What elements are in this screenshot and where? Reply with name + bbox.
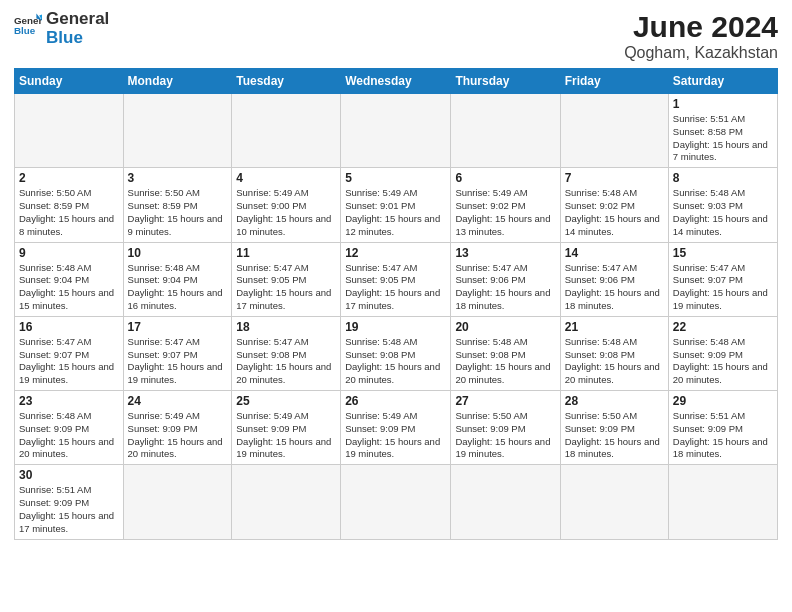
day-number: 7 [565, 171, 664, 185]
day-number: 15 [673, 246, 773, 260]
day-number: 23 [19, 394, 119, 408]
calendar-week-row: 30Sunrise: 5:51 AM Sunset: 9:09 PM Dayli… [15, 465, 778, 539]
day-info: Sunrise: 5:48 AM Sunset: 9:02 PM Dayligh… [565, 187, 664, 238]
day-number: 5 [345, 171, 446, 185]
calendar-cell: 14Sunrise: 5:47 AM Sunset: 9:06 PM Dayli… [560, 242, 668, 316]
calendar-week-row: 9Sunrise: 5:48 AM Sunset: 9:04 PM Daylig… [15, 242, 778, 316]
day-number: 16 [19, 320, 119, 334]
day-number: 19 [345, 320, 446, 334]
calendar-cell: 2Sunrise: 5:50 AM Sunset: 8:59 PM Daylig… [15, 168, 124, 242]
day-number: 2 [19, 171, 119, 185]
day-info: Sunrise: 5:47 AM Sunset: 9:07 PM Dayligh… [128, 336, 228, 387]
day-info: Sunrise: 5:47 AM Sunset: 9:08 PM Dayligh… [236, 336, 336, 387]
logo-icon: General Blue [14, 10, 42, 38]
day-of-week-saturday: Saturday [668, 69, 777, 94]
location-title: Qogham, Kazakhstan [624, 44, 778, 62]
logo-blue-text: Blue [46, 29, 109, 48]
calendar-cell [123, 94, 232, 168]
title-block: June 2024 Qogham, Kazakhstan [624, 10, 778, 62]
logo: General Blue General Blue [14, 10, 109, 47]
calendar-week-row: 1Sunrise: 5:51 AM Sunset: 8:58 PM Daylig… [15, 94, 778, 168]
day-number: 14 [565, 246, 664, 260]
calendar-cell: 21Sunrise: 5:48 AM Sunset: 9:08 PM Dayli… [560, 316, 668, 390]
day-info: Sunrise: 5:50 AM Sunset: 8:59 PM Dayligh… [128, 187, 228, 238]
calendar-week-row: 2Sunrise: 5:50 AM Sunset: 8:59 PM Daylig… [15, 168, 778, 242]
calendar-cell: 15Sunrise: 5:47 AM Sunset: 9:07 PM Dayli… [668, 242, 777, 316]
day-number: 10 [128, 246, 228, 260]
day-number: 12 [345, 246, 446, 260]
day-number: 29 [673, 394, 773, 408]
day-number: 28 [565, 394, 664, 408]
calendar-cell: 16Sunrise: 5:47 AM Sunset: 9:07 PM Dayli… [15, 316, 124, 390]
calendar-cell: 4Sunrise: 5:49 AM Sunset: 9:00 PM Daylig… [232, 168, 341, 242]
day-number: 3 [128, 171, 228, 185]
calendar-cell: 30Sunrise: 5:51 AM Sunset: 9:09 PM Dayli… [15, 465, 124, 539]
calendar-cell: 25Sunrise: 5:49 AM Sunset: 9:09 PM Dayli… [232, 391, 341, 465]
day-info: Sunrise: 5:47 AM Sunset: 9:07 PM Dayligh… [19, 336, 119, 387]
day-of-week-monday: Monday [123, 69, 232, 94]
day-number: 11 [236, 246, 336, 260]
calendar-week-row: 23Sunrise: 5:48 AM Sunset: 9:09 PM Dayli… [15, 391, 778, 465]
calendar-cell [451, 94, 560, 168]
calendar-cell: 26Sunrise: 5:49 AM Sunset: 9:09 PM Dayli… [341, 391, 451, 465]
calendar-cell: 11Sunrise: 5:47 AM Sunset: 9:05 PM Dayli… [232, 242, 341, 316]
day-number: 6 [455, 171, 555, 185]
calendar-cell [123, 465, 232, 539]
calendar-cell: 8Sunrise: 5:48 AM Sunset: 9:03 PM Daylig… [668, 168, 777, 242]
day-info: Sunrise: 5:48 AM Sunset: 9:09 PM Dayligh… [19, 410, 119, 461]
day-number: 13 [455, 246, 555, 260]
day-info: Sunrise: 5:51 AM Sunset: 8:58 PM Dayligh… [673, 113, 773, 164]
day-info: Sunrise: 5:47 AM Sunset: 9:07 PM Dayligh… [673, 262, 773, 313]
day-info: Sunrise: 5:49 AM Sunset: 9:09 PM Dayligh… [345, 410, 446, 461]
day-number: 24 [128, 394, 228, 408]
calendar-cell: 20Sunrise: 5:48 AM Sunset: 9:08 PM Dayli… [451, 316, 560, 390]
day-info: Sunrise: 5:47 AM Sunset: 9:05 PM Dayligh… [236, 262, 336, 313]
day-number: 21 [565, 320, 664, 334]
calendar-cell: 24Sunrise: 5:49 AM Sunset: 9:09 PM Dayli… [123, 391, 232, 465]
calendar-cell: 9Sunrise: 5:48 AM Sunset: 9:04 PM Daylig… [15, 242, 124, 316]
day-info: Sunrise: 5:51 AM Sunset: 9:09 PM Dayligh… [19, 484, 119, 535]
day-number: 27 [455, 394, 555, 408]
day-info: Sunrise: 5:51 AM Sunset: 9:09 PM Dayligh… [673, 410, 773, 461]
day-info: Sunrise: 5:49 AM Sunset: 9:02 PM Dayligh… [455, 187, 555, 238]
calendar-cell [560, 465, 668, 539]
day-number: 8 [673, 171, 773, 185]
day-info: Sunrise: 5:50 AM Sunset: 9:09 PM Dayligh… [455, 410, 555, 461]
day-of-week-wednesday: Wednesday [341, 69, 451, 94]
calendar-cell: 22Sunrise: 5:48 AM Sunset: 9:09 PM Dayli… [668, 316, 777, 390]
calendar-cell: 13Sunrise: 5:47 AM Sunset: 9:06 PM Dayli… [451, 242, 560, 316]
day-info: Sunrise: 5:49 AM Sunset: 9:09 PM Dayligh… [128, 410, 228, 461]
calendar-cell: 19Sunrise: 5:48 AM Sunset: 9:08 PM Dayli… [341, 316, 451, 390]
calendar-cell: 12Sunrise: 5:47 AM Sunset: 9:05 PM Dayli… [341, 242, 451, 316]
calendar-header-row: SundayMondayTuesdayWednesdayThursdayFrid… [15, 69, 778, 94]
day-of-week-tuesday: Tuesday [232, 69, 341, 94]
day-info: Sunrise: 5:50 AM Sunset: 9:09 PM Dayligh… [565, 410, 664, 461]
day-number: 25 [236, 394, 336, 408]
calendar-cell [232, 465, 341, 539]
calendar-cell [232, 94, 341, 168]
header: General Blue General Blue June 2024 Qogh… [14, 10, 778, 62]
day-info: Sunrise: 5:48 AM Sunset: 9:03 PM Dayligh… [673, 187, 773, 238]
day-info: Sunrise: 5:49 AM Sunset: 9:01 PM Dayligh… [345, 187, 446, 238]
calendar-week-row: 16Sunrise: 5:47 AM Sunset: 9:07 PM Dayli… [15, 316, 778, 390]
day-number: 18 [236, 320, 336, 334]
day-info: Sunrise: 5:48 AM Sunset: 9:08 PM Dayligh… [565, 336, 664, 387]
calendar-cell: 29Sunrise: 5:51 AM Sunset: 9:09 PM Dayli… [668, 391, 777, 465]
day-of-week-friday: Friday [560, 69, 668, 94]
calendar-cell [341, 94, 451, 168]
day-info: Sunrise: 5:47 AM Sunset: 9:06 PM Dayligh… [565, 262, 664, 313]
day-info: Sunrise: 5:48 AM Sunset: 9:08 PM Dayligh… [345, 336, 446, 387]
day-info: Sunrise: 5:47 AM Sunset: 9:05 PM Dayligh… [345, 262, 446, 313]
calendar-cell [341, 465, 451, 539]
calendar-cell: 17Sunrise: 5:47 AM Sunset: 9:07 PM Dayli… [123, 316, 232, 390]
calendar-table: SundayMondayTuesdayWednesdayThursdayFrid… [14, 68, 778, 540]
svg-text:Blue: Blue [14, 25, 36, 36]
day-number: 26 [345, 394, 446, 408]
day-number: 22 [673, 320, 773, 334]
calendar-cell: 18Sunrise: 5:47 AM Sunset: 9:08 PM Dayli… [232, 316, 341, 390]
day-of-week-sunday: Sunday [15, 69, 124, 94]
calendar-cell: 10Sunrise: 5:48 AM Sunset: 9:04 PM Dayli… [123, 242, 232, 316]
day-info: Sunrise: 5:48 AM Sunset: 9:08 PM Dayligh… [455, 336, 555, 387]
day-info: Sunrise: 5:48 AM Sunset: 9:04 PM Dayligh… [128, 262, 228, 313]
calendar-cell: 3Sunrise: 5:50 AM Sunset: 8:59 PM Daylig… [123, 168, 232, 242]
